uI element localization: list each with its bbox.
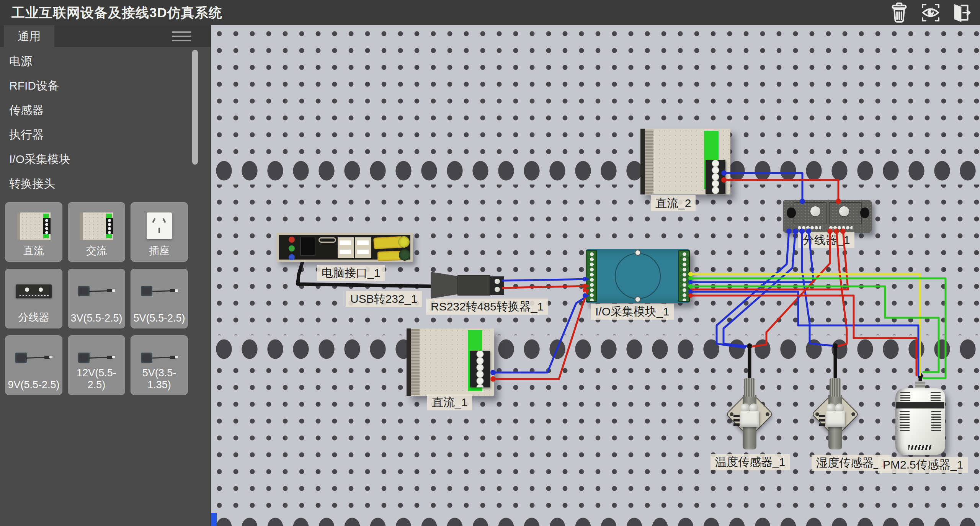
splitter-hole — [860, 207, 869, 218]
palette-card-label: 3V(5.5-2.5) — [68, 312, 125, 324]
sidebar-category[interactable]: I/O采集模块 — [0, 147, 211, 172]
terminal-screw — [495, 279, 500, 284]
ps2-port-yellow — [398, 236, 410, 248]
pegboard-hole-row — [211, 514, 980, 526]
usb-ports[interactable] — [338, 237, 354, 258]
palette-card[interactable]: 交流 — [68, 202, 125, 262]
splitter-screw — [810, 206, 820, 216]
device-thumbnail-icon — [16, 284, 52, 298]
device-thumbnail-icon — [80, 212, 113, 240]
palette-card[interactable]: 直流 — [5, 202, 62, 262]
device-label: USB转232_1 — [346, 291, 422, 307]
category-label: RFID设备 — [9, 79, 59, 92]
io-screw — [635, 296, 641, 302]
category-list: 电源 RFID设备 传感器 执行器 I/O采集模块 转换接头 — [0, 49, 211, 196]
palette-card[interactable]: 5V(5.5-2.5) — [131, 269, 188, 328]
psu-terminal-block[interactable] — [470, 351, 490, 387]
usb-port-connected[interactable] — [300, 237, 315, 256]
usb-ports[interactable] — [355, 237, 371, 258]
pm25-band — [896, 402, 944, 408]
device-humidity-sensor-1[interactable] — [814, 378, 857, 455]
sidebar-scrollbar[interactable] — [192, 50, 198, 165]
device-thumbnail-icon — [17, 212, 51, 240]
palette-card-label: 12V(5.5-2.5) — [68, 367, 125, 391]
splitter-screw — [839, 206, 849, 216]
sensor-cap — [830, 378, 841, 397]
sidebar-category[interactable]: RFID设备 — [0, 74, 211, 98]
device-dc-power-2[interactable] — [640, 129, 730, 194]
converter-terminal-block[interactable] — [490, 276, 504, 295]
device-thumbnail-icon — [77, 350, 116, 368]
splitter-hole — [787, 207, 796, 218]
pm25-hatch — [908, 445, 932, 450]
palette-card[interactable]: 5V(3.5-1.35) — [131, 335, 188, 395]
palette-card[interactable]: 3V(5.5-2.5) — [68, 269, 125, 328]
sensor-pins — [733, 414, 740, 426]
device-thumbnail-icon — [147, 212, 172, 239]
device-pm25-sensor-1[interactable] — [895, 387, 945, 455]
device-pc-interface-1[interactable] — [276, 233, 413, 262]
sidebar-category[interactable]: 执行器 — [0, 123, 211, 147]
sidebar-category[interactable]: 转换接头 — [0, 172, 211, 196]
palette-card-label: 5V(3.5-1.35) — [131, 367, 188, 391]
mount-hole — [851, 412, 855, 416]
palette-card-label: 交流 — [68, 244, 125, 258]
audio-jack-blue — [289, 254, 295, 260]
device-thumbnail-icon — [77, 284, 116, 301]
psu-terminal-block[interactable] — [706, 160, 725, 194]
io-terminal-strip-right[interactable] — [678, 250, 690, 302]
pm25-vent — [931, 411, 941, 431]
device-label: 直流_2 — [651, 195, 696, 211]
psu-edge — [407, 328, 411, 396]
palette-card-label: 直流 — [5, 244, 62, 258]
sidebar: 通用 电源 RFID设备 传感器 执行器 I/O采集模块 转换接头 — [0, 25, 211, 526]
pegboard-hole-row — [211, 335, 980, 363]
splitter-section — [794, 202, 826, 224]
ps2-port-green — [399, 249, 410, 261]
device-label: 分线器_1 — [798, 232, 854, 248]
device-splitter-1[interactable] — [783, 200, 872, 233]
category-label: 传感器 — [9, 104, 44, 116]
audio-jack-green — [289, 245, 295, 252]
device-dc-power-1[interactable] — [407, 328, 494, 396]
view-icon[interactable] — [919, 2, 942, 23]
pm25-vent — [900, 391, 910, 401]
mount-hole — [766, 412, 769, 416]
palette-card[interactable]: 分线器 — [5, 269, 62, 328]
category-label: 电源 — [9, 55, 32, 67]
mount-hole — [730, 412, 733, 416]
converter-body — [457, 275, 490, 296]
device-temperature-sensor-1[interactable] — [728, 378, 771, 455]
serial-port-db9[interactable] — [377, 251, 401, 261]
sidebar-category[interactable]: 传感器 — [0, 98, 211, 123]
exit-icon[interactable] — [949, 2, 972, 23]
category-label: I/O采集模块 — [9, 153, 70, 165]
pegboard-hole-row — [211, 157, 980, 185]
db9-hood — [431, 272, 461, 299]
device-label: PM2.5传感器_1 — [878, 457, 968, 473]
sidebar-category[interactable]: 电源 — [0, 49, 211, 74]
category-label: 执行器 — [9, 128, 44, 141]
delete-icon[interactable] — [887, 2, 911, 23]
terminal-screw — [495, 287, 500, 292]
psu-ribs — [411, 329, 420, 395]
palette-card[interactable]: 9V(5.5-2.5) — [5, 335, 62, 395]
palette-card[interactable]: 插座 — [131, 202, 188, 262]
device-io-module-1[interactable] — [586, 249, 690, 303]
splitter-terminals[interactable] — [829, 226, 853, 230]
tab-general[interactable]: 通用 — [4, 25, 54, 47]
device-rs232-485-converter-1[interactable] — [431, 272, 504, 299]
palette-card-label: 分线器 — [5, 310, 62, 324]
sidebar-header: 通用 — [0, 25, 211, 47]
panel-slot — [318, 237, 336, 243]
sensor-clamp — [826, 411, 845, 427]
title-bar: 工业互联网设备及接线3D仿真系统 — [0, 0, 980, 25]
device-palette: 直流 交流 插座 分线器 — [5, 202, 207, 395]
sensor-pins — [819, 414, 825, 426]
palette-card[interactable]: 12V(5.5-2.5) — [68, 335, 125, 395]
menu-icon[interactable] — [172, 31, 191, 41]
device-label: RS232转485转换器_1 — [426, 299, 548, 315]
app-window: 直流_2 分线器_1 电脑接口_1 USB转232_1 RS232转485转换器… — [0, 0, 980, 526]
device-thumbnail-icon — [140, 284, 178, 301]
palette-card-label: 5V(5.5-2.5) — [131, 312, 188, 324]
